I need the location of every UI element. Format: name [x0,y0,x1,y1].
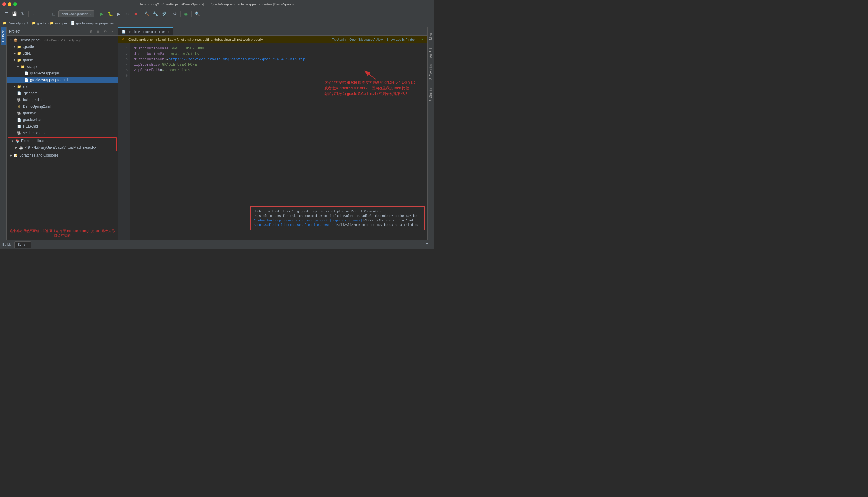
tree-item-external-libs[interactable]: ▶ 📚 External Libraries [9,138,116,144]
tree-item-gradlew[interactable]: 🐘 gradlew [6,110,118,116]
maven-tab[interactable]: Maven [428,28,433,42]
try-again-link[interactable]: Try Again [332,38,346,41]
tree-arrow: ▶ [13,52,16,55]
vcs-button[interactable]: 🔗 [160,10,167,17]
stop-button[interactable]: ■ [132,10,139,17]
collapse-all-button[interactable]: ⊟ [95,28,101,34]
build-button[interactable]: 🔨 [143,10,150,17]
iml-icon: ⚙ [17,104,22,109]
gradle-button[interactable]: ◉ [182,10,190,17]
bat-icon: 📄 [17,117,22,122]
tree-spacer [13,125,16,128]
properties-icon: 📄 [24,77,29,82]
tools-button[interactable]: 🔧 [151,10,159,17]
sync-tab-close[interactable]: × [26,243,28,246]
toolbar-separator-5 [169,11,170,17]
debug-button[interactable]: 🐛 [107,10,114,17]
tree-item-gradle-hidden[interactable]: ▶ 📁 .gradle [6,43,118,50]
tree-arrow-gradle: ▼ [13,58,16,62]
project-panel: Project ⊕ ⊟ ⚙ × ▼ 📦 DemoSpring2 ~/IdeaPr… [6,27,118,240]
tree-label: .idea [23,51,31,56]
sync-button[interactable]: ↻ [19,10,27,17]
tree-item-properties[interactable]: 📄 gradle-wrapper.properties [6,76,118,83]
tree-arrow: ▼ [9,38,13,42]
add-configuration-button[interactable]: Add Configuration... [58,10,94,17]
menu-button[interactable]: ☰ [2,10,10,17]
breadcrumb-item-2: 📁 [50,21,54,25]
search-everywhere-button[interactable]: 🔍 [193,10,201,17]
toolbar: ☰ 💾 ↻ ← → ⊡ Add Configuration... ▶ 🐛 ▶ ⊕… [0,9,434,19]
sdk-button[interactable]: ⚙ [171,10,178,17]
external-libraries-box: ▶ 📚 External Libraries ▶ ☕ < 9 > /Librar… [8,137,117,152]
tree-spacer [13,98,16,102]
save-button[interactable]: 💾 [11,10,18,17]
forward-button[interactable]: → [39,10,46,17]
folder-icon: 📁 [17,44,22,49]
tree-item-gradlew-bat[interactable]: 📄 gradlew.bat [6,116,118,123]
favorites-tab[interactable]: 2: Favorites [428,61,433,82]
breadcrumb-item-1-label[interactable]: gradle [37,22,46,25]
breadcrumb-item-2-label[interactable]: wrapper [55,22,67,25]
show-log-link[interactable]: Show Log in Finder [386,38,415,41]
hide-panel-button[interactable]: × [109,28,115,34]
breadcrumb-item-0[interactable]: DemoSpring2 [8,22,28,25]
tree-item-wrapper[interactable]: ▼ 📁 wrapper [6,63,118,70]
tree-item-jar[interactable]: 📄 gradle-wrapper.jar [6,70,118,76]
tree-item-root[interactable]: ▼ 📦 DemoSpring2 ~/IdeaProjects/DemoSprin… [6,37,118,43]
run-button[interactable]: ▶ [98,10,105,17]
tree-item-build-gradle[interactable]: 🐘 build.gradle [6,97,118,103]
profile-button[interactable]: ⊕ [123,10,131,17]
tree-item-help[interactable]: 📄 HELP.md [6,123,118,130]
settings-gear[interactable]: ⚙ [423,241,431,248]
back-button[interactable]: ← [30,10,38,17]
tab-close-button[interactable]: × [167,30,169,33]
bottom-tabs: Build: Sync × ⚙ [0,240,434,248]
gradle-folder-icon: 📁 [17,58,22,62]
tree-item-src[interactable]: ▶ 📁 src [6,83,118,90]
run-with-coverage-button[interactable]: ▶ [115,10,122,17]
tree-spacer [13,91,16,95]
tree-item-iml[interactable]: ⚙ DemoSpring2.iml [6,103,118,110]
warning-message: Gradle project sync failed. Basic functi… [128,38,328,41]
open-messages-link[interactable]: Open 'Messages' View [349,38,383,41]
tree-item-scratches[interactable]: ▶ 📝 Scratches and Consoles [6,152,118,159]
tree-item-idea[interactable]: ▶ 📁 .idea [6,50,118,57]
close-button[interactable] [2,2,6,6]
ant-build-tab[interactable]: Ant Build [428,43,433,60]
panel-title: Project [9,29,20,33]
breadcrumb-item-3-label[interactable]: gradle-wrapper.properties [76,22,114,25]
tree-label-wrapper: wrapper [27,65,40,69]
tree-item-gitignore[interactable]: 📄 .gitignore [6,90,118,97]
locate-file-button[interactable]: ⊕ [88,28,94,34]
tree-item-settings-gradle[interactable]: 🐘 settings.gradle [6,130,118,136]
settings-button[interactable]: ⚙ [102,28,108,34]
code-line-5: zipStorePath=wrapper/dists [134,68,424,73]
build-gradle-icon: 🐘 [17,97,22,102]
warning-icon: ⚠ [122,38,125,41]
window-title: DemoSpring2 [~/IdeaProjects/DemoSpring2]… [138,2,295,6]
line-numbers: 1 2 3 4 5 6 [118,43,130,240]
project-tab[interactable]: 1: Project [1,27,6,45]
tree-item-gradle[interactable]: ▼ 📁 gradle [6,57,118,63]
sync-tab[interactable]: Sync × [14,241,31,248]
sync-tab-label: Sync [18,243,25,246]
editor-tabs: 📄 gradle-wrapper.properties × [118,27,427,36]
maximize-button[interactable] [13,2,17,6]
tree-label-iml: DemoSpring2.iml [23,104,50,109]
warning-actions: Try Again Open 'Messages' View Show Log … [332,38,415,41]
sync-ok-icon: ✓ [421,38,424,41]
window-button[interactable]: ⊡ [50,10,57,17]
src-folder-icon: 📁 [17,84,22,89]
tree-label-scratches: Scratches and Consoles [19,153,58,157]
structure-tab[interactable]: 3: Structure [428,83,433,104]
code-line-4: zipStoreBase=GRADLE_USER_HOME [134,62,424,68]
gradlew-icon: 🐘 [17,111,22,115]
tree-arrow: ▶ [11,139,14,143]
tree-spacer [13,105,16,108]
tree-item-jdk[interactable]: ▶ ☕ < 9 > /Library/Java/JavaVirtualMachi… [9,144,116,151]
minimize-button[interactable] [8,2,12,6]
code-line-3: distributionUrl=https\://services.gradle… [134,57,424,62]
tab-gradle-wrapper-properties[interactable]: 📄 gradle-wrapper.properties × [118,27,173,35]
tree-label-build-gradle: build.gradle [23,98,42,102]
wrapper-folder-icon: 📁 [20,64,25,69]
